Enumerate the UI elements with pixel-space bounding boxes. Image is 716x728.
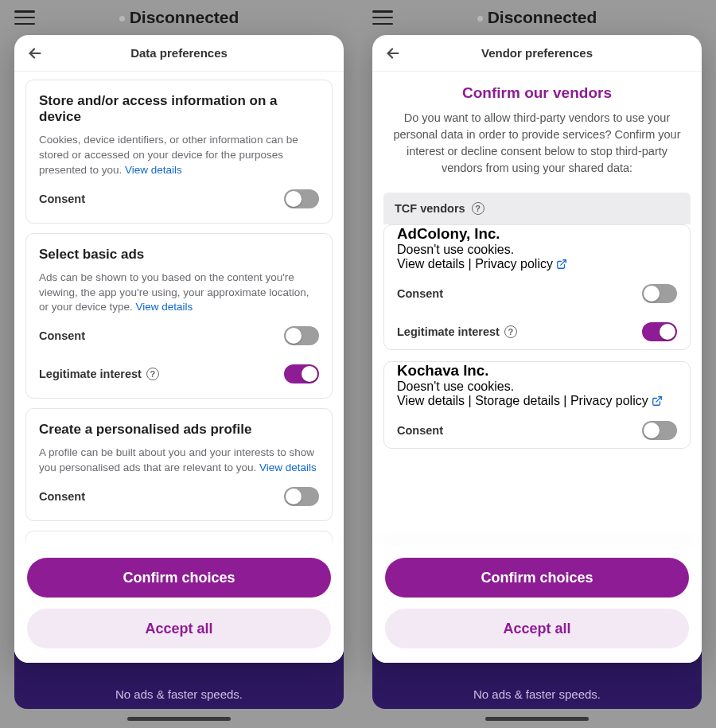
back-button[interactable] bbox=[24, 42, 46, 64]
card-title: Store and/or access information on a dev… bbox=[39, 93, 319, 125]
toggle-label: Consent bbox=[397, 424, 443, 437]
info-icon[interactable]: ? bbox=[146, 368, 159, 380]
toggle-row: Legitimate interest ? bbox=[397, 311, 677, 349]
vendor-link[interactable]: Privacy policy bbox=[475, 257, 553, 271]
toggle-row: Consent bbox=[39, 476, 319, 514]
connection-status: Disconnected bbox=[14, 8, 344, 27]
toggle-label: Consent bbox=[397, 287, 443, 300]
vendor-link[interactable]: Privacy policy bbox=[570, 394, 648, 407]
preference-card: Select basic adsAds can be shown to you … bbox=[25, 233, 333, 399]
vendor-card: AdColony, Inc.Doesn't use cookies.View d… bbox=[383, 224, 691, 350]
card2-consent-toggle[interactable] bbox=[284, 487, 319, 506]
external-link-icon bbox=[556, 259, 567, 273]
accept-all-button[interactable]: Accept all bbox=[385, 609, 689, 648]
toggle-row: Consent bbox=[39, 315, 319, 353]
vendor0-legitimate-interest-toggle[interactable] bbox=[642, 322, 677, 341]
vendor-intro: Do you want to allow third-party vendors… bbox=[387, 110, 687, 177]
view-details-link[interactable]: View details bbox=[136, 301, 193, 313]
data-preferences-modal: Data preferences Store and/or access inf… bbox=[14, 35, 344, 663]
card-title: Select basic ads bbox=[39, 247, 319, 263]
card-description: Ads can be shown to you based on the con… bbox=[39, 271, 319, 316]
confirm-choices-button[interactable]: Confirm choices bbox=[27, 558, 331, 598]
modal-title: Vendor preferences bbox=[481, 46, 593, 60]
view-details-link[interactable]: View details bbox=[125, 164, 182, 176]
card1-consent-toggle[interactable] bbox=[284, 326, 319, 345]
modal-title: Data preferences bbox=[130, 46, 228, 60]
svg-line-0 bbox=[561, 260, 566, 265]
vendor-name: AdColony, Inc. bbox=[397, 225, 677, 243]
toggle-row: Legitimate interest ? bbox=[39, 353, 319, 391]
vendor-heading: Confirm our vendors bbox=[387, 84, 687, 102]
view-details-link[interactable]: View details bbox=[259, 461, 317, 473]
card0-consent-toggle[interactable] bbox=[284, 189, 319, 208]
svg-line-1 bbox=[656, 397, 661, 402]
confirm-choices-button[interactable]: Confirm choices bbox=[385, 558, 689, 598]
connection-status: Disconnected bbox=[372, 8, 702, 27]
preference-card: Store and/or access information on a dev… bbox=[25, 80, 333, 224]
vendor-section-label: TCF vendors ? bbox=[383, 193, 691, 224]
vendor-link[interactable]: View details bbox=[397, 394, 465, 407]
preference-card: Create a personalised ads profileA profi… bbox=[25, 408, 333, 521]
back-button[interactable] bbox=[382, 42, 404, 64]
vendor-preferences-modal: Vendor preferences Confirm our vendorsDo… bbox=[372, 35, 702, 663]
toggle-label: Consent bbox=[39, 490, 85, 503]
vendor1-consent-toggle[interactable] bbox=[642, 421, 677, 440]
card-description: A profile can be built about you and you… bbox=[39, 446, 319, 476]
toggle-row: Consent bbox=[397, 273, 677, 311]
card1-legitimate-interest-toggle[interactable] bbox=[284, 364, 319, 383]
vendor-link[interactable]: Storage details bbox=[475, 394, 560, 407]
vendor0-consent-toggle[interactable] bbox=[642, 284, 677, 303]
home-indicator bbox=[127, 717, 231, 721]
toggle-row: Consent bbox=[39, 178, 319, 216]
vendor-links: View details | Privacy policy bbox=[397, 257, 677, 273]
toggle-row: Consent bbox=[397, 410, 677, 448]
home-indicator bbox=[485, 717, 589, 721]
accept-all-button[interactable]: Accept all bbox=[27, 609, 331, 648]
vendor-name: Kochava Inc. bbox=[397, 362, 677, 380]
vendor-subtext: Doesn't use cookies. bbox=[397, 243, 677, 257]
vendor-card: Kochava Inc.Doesn't use cookies.View det… bbox=[383, 361, 691, 449]
toggle-label: Consent bbox=[39, 193, 85, 205]
toggle-label: Consent bbox=[39, 329, 85, 342]
card-description: Cookies, device identifiers, or other in… bbox=[39, 133, 319, 178]
toggle-label: Legitimate interest ? bbox=[397, 325, 517, 338]
card-title: Create a personalised ads profile bbox=[39, 422, 319, 438]
toggle-label: Legitimate interest ? bbox=[39, 368, 159, 380]
vendor-link[interactable]: View details bbox=[397, 257, 465, 271]
vendor-links: View details | Storage details | Privacy… bbox=[397, 394, 677, 410]
vendor-subtext: Doesn't use cookies. bbox=[397, 380, 677, 394]
info-icon[interactable]: ? bbox=[472, 202, 484, 215]
external-link-icon bbox=[652, 395, 663, 410]
info-icon[interactable]: ? bbox=[504, 325, 517, 338]
